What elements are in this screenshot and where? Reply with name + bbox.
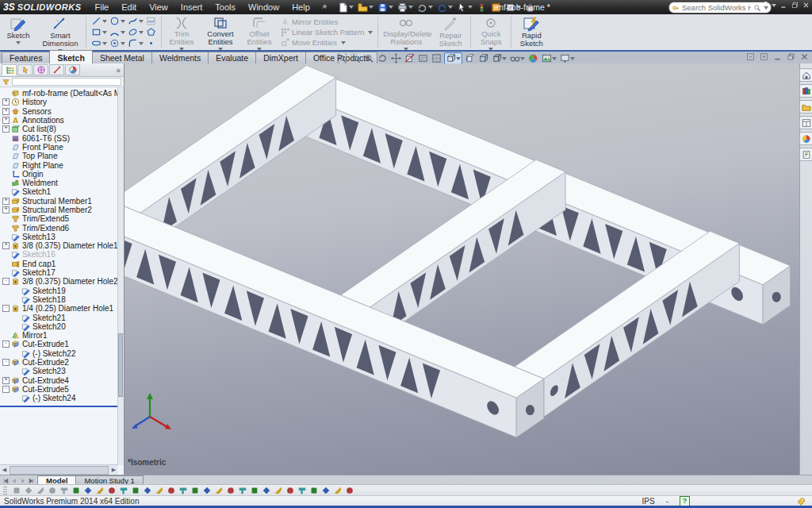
tab-prev-icon[interactable] — [11, 478, 17, 484]
bottom-tool-icon-23[interactable] — [272, 486, 284, 496]
bottom-tool-icon-29[interactable] — [343, 486, 355, 496]
expand-toggle[interactable]: - — [2, 341, 10, 348]
tree-item[interactable]: -Cut-Extrude1 — [0, 340, 118, 348]
tree-item[interactable]: +Sensors — [0, 107, 118, 116]
task-pane-design-library[interactable] — [799, 84, 812, 98]
bottom-tool-icon-12[interactable] — [141, 486, 153, 496]
bottom-tool-icon-22[interactable] — [260, 486, 272, 496]
bottom-tool-icon-14[interactable] — [165, 486, 177, 496]
tree-item[interactable]: Mirror1 — [0, 331, 118, 340]
menu-window[interactable]: Window — [243, 2, 285, 13]
bottom-tool-icon-8[interactable] — [94, 486, 105, 496]
pin-ribbon-icon[interactable] — [760, 52, 768, 61]
hide-show-items-icon[interactable] — [509, 53, 526, 64]
tree-item[interactable]: Right Plane — [0, 160, 118, 169]
tree-item[interactable]: +AAnnotations — [0, 116, 118, 125]
bottom-tool-icon-11[interactable] — [129, 486, 141, 496]
new-document-icon[interactable] — [336, 1, 355, 13]
menu-file[interactable]: File — [89, 2, 114, 13]
apply-scene-icon[interactable] — [541, 53, 557, 64]
collapse-ribbon-icon[interactable] — [746, 52, 755, 61]
move-entities-button[interactable]: Move Entities — [281, 38, 373, 48]
tree-item[interactable]: Trim/Extend5 — [0, 214, 118, 223]
tab-evaluate[interactable]: Evaluate — [208, 52, 256, 64]
expand-toggle[interactable]: + — [2, 98, 10, 106]
display-grid-icon[interactable] — [431, 53, 442, 64]
slot-tool[interactable] — [90, 38, 108, 49]
redo-icon[interactable] — [416, 1, 435, 13]
task-pane-file-explorer[interactable] — [799, 100, 812, 114]
tab-sheet-metal[interactable]: Sheet Metal — [92, 52, 152, 64]
expand-toggle[interactable]: - — [2, 359, 10, 366]
menu-insert[interactable]: Insert — [175, 2, 209, 13]
tree-item[interactable]: Sketch17 — [0, 268, 118, 277]
menu-edit[interactable]: Edit — [116, 2, 142, 13]
units-selector[interactable]: IPS — [642, 497, 655, 506]
trim-entities-button[interactable]: Trim Entities — [163, 14, 200, 50]
bottom-tool-icon-3[interactable] — [34, 486, 46, 496]
tree-item[interactable]: Sketch16 — [0, 250, 118, 259]
tree-item[interactable]: +Cut list(8) — [0, 125, 118, 133]
app-minimize-icon[interactable] — [780, 2, 787, 9]
tree-item[interactable]: +History — [0, 98, 118, 106]
tree-item[interactable]: Top Plane — [0, 152, 118, 160]
display-delete-relations-button[interactable]: Display/Delete Relations — [380, 14, 432, 50]
tree-item[interactable]: Sketch18 — [0, 295, 118, 304]
bottom-tool-icon-19[interactable] — [224, 486, 236, 496]
tree-vertical-scrollbar[interactable] — [117, 87, 124, 465]
bottom-tool-icon-16[interactable] — [189, 486, 201, 496]
bottom-tool-icon-1[interactable] — [10, 486, 22, 496]
expand-toggle[interactable]: + — [2, 117, 10, 124]
expand-toggle[interactable]: - — [2, 305, 10, 312]
bottom-tool-icon-28[interactable] — [331, 486, 343, 496]
manager-tab-configurationmanager[interactable] — [33, 64, 48, 75]
tab-weldments[interactable]: Weldments — [151, 52, 209, 64]
expand-toggle[interactable]: + — [2, 198, 10, 205]
tree-item[interactable]: +3/8 (0.375) Diameter Hole1 — [0, 241, 118, 250]
bottom-tool-icon-21[interactable] — [248, 486, 260, 496]
tree-item[interactable]: 6061-T6 (SS) — [0, 133, 118, 142]
circle-tool[interactable] — [109, 16, 126, 27]
manager-tab-propertymanager[interactable] — [17, 64, 33, 75]
expand-toggle[interactable]: - — [2, 278, 10, 285]
tree-item[interactable]: +Structural Member1 — [0, 197, 118, 206]
annotation-views-icon[interactable] — [417, 53, 429, 64]
expand-toggle[interactable]: + — [2, 206, 10, 214]
view-settings-icon[interactable] — [559, 53, 576, 64]
previous-view-icon[interactable] — [464, 53, 476, 64]
tree-item[interactable]: Front Plane — [0, 143, 118, 152]
graphics-viewport[interactable]: *Isometric — [124, 64, 799, 475]
tree-hscroll-thumb[interactable] — [10, 466, 109, 475]
search-icon[interactable] — [753, 4, 761, 12]
tree-item[interactable]: Sketch19 — [0, 287, 118, 295]
manager-tab-displaymanager[interactable] — [65, 64, 80, 75]
bottom-tool-icon-18[interactable] — [213, 486, 224, 496]
tree-scroll-thumb[interactable] — [118, 333, 123, 397]
minimize-doc-icon[interactable] — [773, 52, 782, 61]
pan-icon[interactable] — [390, 53, 402, 64]
zoom-fit-icon[interactable] — [336, 53, 348, 64]
app-close-icon[interactable] — [802, 2, 810, 9]
task-pane-appearances[interactable] — [799, 132, 812, 145]
sketch-caret[interactable] — [16, 41, 21, 44]
tab-next-icon[interactable] — [20, 478, 26, 484]
quick-snaps-button[interactable]: Quick Snaps — [473, 14, 509, 50]
spline-surface-tool[interactable] — [145, 16, 157, 27]
tree-item[interactable]: (-) Sketch24 — [0, 394, 118, 402]
manager-tab-dimxpertmanager[interactable] — [49, 64, 64, 75]
tab-first-icon[interactable] — [2, 478, 9, 484]
menu-help[interactable]: Help — [286, 2, 316, 13]
save-icon[interactable] — [376, 1, 395, 13]
tree-item[interactable]: Sketch13 — [0, 233, 118, 241]
print-icon[interactable] — [396, 1, 415, 13]
linear-sketch-pattern-button[interactable]: Linear Sketch Pattern — [281, 28, 373, 37]
bottom-tool-icon-20[interactable] — [236, 486, 248, 496]
rapid-sketch-button[interactable]: Rapid Sketch — [513, 14, 550, 50]
bottom-tool-icon-2[interactable] — [22, 486, 34, 496]
expand-toggle[interactable]: + — [2, 377, 10, 384]
tree-item[interactable]: -Cut-Extrude5 — [0, 385, 118, 394]
tree-item[interactable]: End cap1 — [0, 260, 118, 268]
tree-filter-input[interactable] — [12, 78, 121, 86]
menu-tools[interactable]: Tools — [209, 2, 241, 13]
display-style-icon[interactable] — [491, 53, 508, 64]
